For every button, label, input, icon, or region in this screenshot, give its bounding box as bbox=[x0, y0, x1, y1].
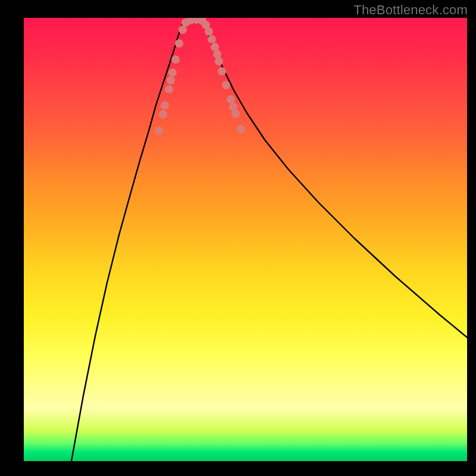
marker-point bbox=[231, 109, 240, 118]
marker-point bbox=[215, 57, 223, 65]
marker-point bbox=[171, 55, 180, 64]
watermark-text: TheBottleneck.com bbox=[353, 2, 468, 18]
marker-point bbox=[161, 101, 169, 109]
marker-point bbox=[167, 76, 175, 84]
marker-point bbox=[168, 68, 177, 77]
marker-point bbox=[218, 67, 226, 76]
curve-layer bbox=[24, 18, 467, 461]
marker-point bbox=[165, 85, 173, 93]
chart-frame: TheBottleneck.com bbox=[0, 0, 476, 476]
marker-point bbox=[237, 125, 245, 133]
marker-point bbox=[175, 39, 183, 48]
plot-area bbox=[24, 18, 467, 461]
marker-point bbox=[227, 95, 235, 104]
marker-point bbox=[211, 43, 219, 51]
marker-point bbox=[213, 50, 221, 58]
marker-point bbox=[155, 127, 163, 135]
marker-point bbox=[222, 81, 230, 89]
marker-point bbox=[178, 26, 187, 34]
marker-point bbox=[205, 27, 213, 36]
marker-point bbox=[208, 35, 216, 43]
curve-right-curve bbox=[202, 21, 467, 337]
marker-point bbox=[159, 110, 167, 118]
